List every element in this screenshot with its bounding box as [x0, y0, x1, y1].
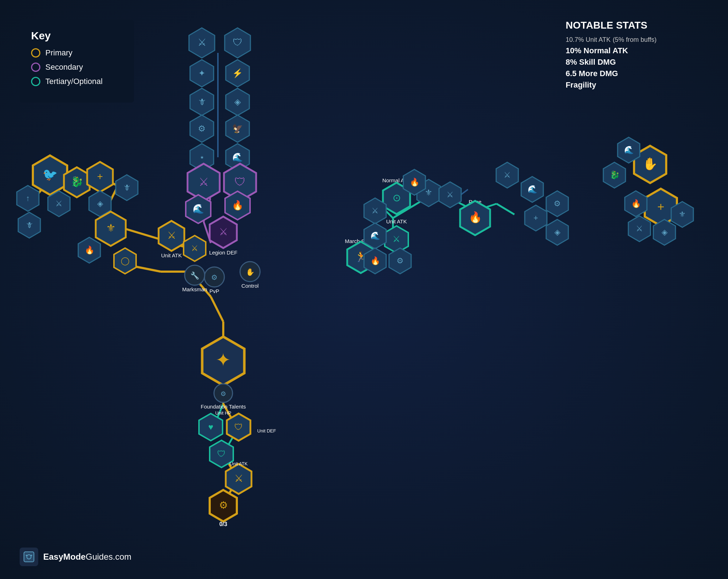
svg-text:◈: ◈	[234, 97, 241, 107]
svg-text:🌊: 🌊	[232, 152, 243, 162]
legend-box: Key Primary Secondary Tertiary/Optional	[20, 20, 134, 103]
svg-text:⚔: ⚔	[393, 234, 400, 244]
legend-title: Key	[31, 30, 120, 42]
stat-more-dmg: 6.5 More DMG	[565, 69, 657, 78]
primary-label: Primary	[45, 48, 73, 58]
svg-text:🐦: 🐦	[43, 167, 58, 182]
svg-text:🌊: 🌊	[528, 184, 538, 194]
svg-text:🛡: 🛡	[234, 175, 246, 188]
legend-item-primary: Primary	[31, 48, 120, 58]
footer-logo	[20, 548, 38, 566]
svg-text:🔥: 🔥	[410, 177, 420, 187]
svg-text:🔥: 🔥	[469, 211, 482, 224]
svg-text:↑: ↑	[26, 194, 30, 203]
stat-fragility: Fragility	[565, 80, 657, 90]
svg-text:⚜: ⚜	[425, 188, 433, 197]
svg-text:+: +	[534, 213, 538, 222]
svg-text:🛡: 🛡	[233, 37, 243, 48]
svg-text:⚙: ⚙	[220, 390, 226, 397]
svg-text:⚙: ⚙	[219, 500, 228, 511]
svg-text:🔥: 🔥	[85, 245, 95, 255]
zero-three-label: 0/3	[219, 521, 227, 527]
svg-text:🌊: 🌊	[193, 203, 204, 214]
svg-text:◈: ◈	[97, 199, 103, 208]
legend-item-secondary: Secondary	[31, 63, 120, 72]
notable-stats-heading: NOTABLE STATS	[565, 20, 657, 31]
footer-brand-regular: Guides.com	[86, 552, 131, 561]
footer-text: EasyModeGuides.com	[43, 552, 131, 562]
svg-text:⚜: ⚜	[679, 210, 686, 219]
svg-text:⚔: ⚔	[198, 37, 206, 48]
tertiary-label: Tertiary/Optional	[45, 77, 103, 86]
unit-atk-bottom-label: Unit ATK	[230, 461, 248, 466]
svg-text:🐉: 🐉	[610, 170, 620, 180]
svg-text:🔧: 🔧	[190, 271, 199, 280]
svg-text:⚔: ⚔	[199, 175, 209, 188]
secondary-label: Secondary	[45, 63, 83, 72]
svg-text:🐉: 🐉	[71, 176, 83, 188]
svg-text:🔥: 🔥	[232, 199, 244, 211]
svg-text:✋: ✋	[246, 268, 255, 276]
stat-normal-atk: 10% Normal ATK	[565, 46, 657, 55]
svg-text:⚙: ⚙	[554, 199, 561, 208]
svg-text:🌊: 🌊	[370, 231, 380, 241]
svg-text:+: +	[657, 200, 664, 213]
svg-text:✦: ✦	[198, 68, 205, 78]
svg-text:🗡: 🗡	[123, 183, 131, 192]
svg-rect-162	[24, 552, 34, 562]
svg-text:🛡: 🛡	[217, 449, 226, 459]
svg-text:⚔: ⚔	[167, 230, 176, 241]
svg-text:⚔: ⚔	[219, 226, 228, 237]
svg-text:⚔: ⚔	[55, 199, 63, 208]
svg-text:⚔: ⚔	[372, 206, 379, 215]
svg-text:⚙: ⚙	[211, 273, 218, 281]
svg-text:✦: ✦	[215, 350, 231, 370]
legend-item-tertiary: Tertiary/Optional	[31, 77, 120, 86]
foundation-talents-label: Foundation Talents	[201, 404, 246, 410]
svg-text:⚔: ⚔	[447, 190, 454, 199]
svg-text:⚔: ⚔	[234, 473, 243, 484]
secondary-circle	[31, 63, 40, 72]
svg-text:⚔: ⚔	[636, 224, 643, 233]
svg-text:🗡: 🗡	[25, 221, 33, 229]
stat-skill-dmg: 8% Skill DMG	[565, 58, 657, 67]
svg-point-164	[26, 555, 27, 556]
primary-circle	[31, 48, 40, 58]
svg-point-165	[31, 555, 32, 556]
svg-text:◈: ◈	[554, 228, 560, 237]
svg-text:⚙: ⚙	[198, 124, 206, 133]
svg-text:🔥: 🔥	[631, 199, 641, 208]
footer: EasyModeGuides.com	[20, 548, 131, 566]
unit-atk-label-left: Unit ATK	[161, 252, 182, 258]
svg-text:◯: ◯	[121, 256, 130, 266]
svg-text:⚙: ⚙	[397, 256, 404, 265]
svg-text:🛡: 🛡	[234, 422, 243, 432]
marksman-label: Marksman	[182, 286, 207, 292]
unit-atk-right-label: Unit ATK	[386, 218, 407, 224]
stat-unit-atk: 10.7% Unit ATK (5% from buffs)	[565, 35, 657, 44]
svg-text:🗡: 🗡	[198, 97, 206, 107]
svg-text:⚔: ⚔	[504, 170, 511, 179]
svg-text:🦅: 🦅	[232, 123, 243, 134]
unit-hp-label: Unit HP	[215, 410, 231, 416]
svg-text:🔥: 🔥	[370, 256, 380, 266]
svg-text:+: +	[97, 171, 103, 182]
control-label: Control	[241, 283, 259, 289]
svg-text:◈: ◈	[662, 228, 668, 237]
tertiary-circle	[31, 77, 40, 86]
svg-text:⋆: ⋆	[199, 152, 205, 162]
footer-brand-bold: EasyMode	[43, 552, 86, 561]
svg-text:⚔: ⚔	[191, 244, 198, 253]
svg-text:♥: ♥	[208, 422, 213, 432]
svg-text:✋: ✋	[643, 157, 658, 171]
unit-def-label: Unit DEF	[257, 428, 276, 434]
pvp-label: PvP	[209, 288, 219, 294]
svg-text:⊙: ⊙	[393, 192, 401, 203]
svg-text:⚜: ⚜	[106, 222, 116, 234]
svg-text:⚡: ⚡	[232, 68, 243, 78]
notable-stats: NOTABLE STATS 10.7% Unit ATK (5% from bu…	[565, 20, 657, 92]
legion-def-label: Legion DEF	[209, 249, 237, 256]
svg-text:🌊: 🌊	[624, 145, 634, 155]
